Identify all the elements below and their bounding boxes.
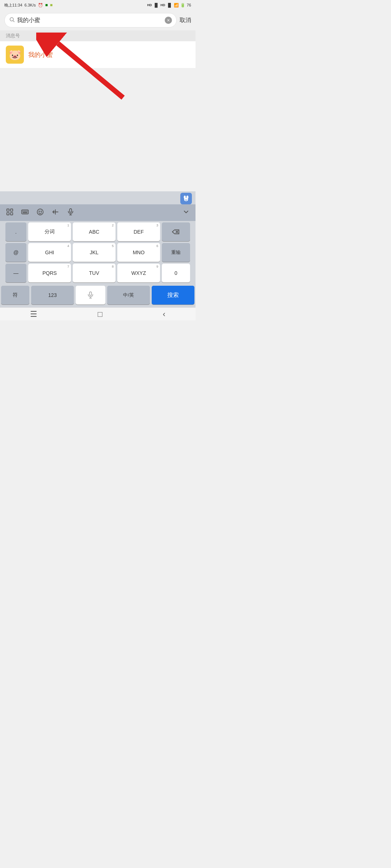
- svg-rect-9: [185, 200, 187, 201]
- app-icon-2: ■: [50, 3, 52, 8]
- nav-bar: ☰ □ ‹: [0, 307, 196, 320]
- svg-rect-11: [10, 209, 13, 211]
- svg-point-22: [41, 211, 42, 212]
- keyboard-toolbar: [0, 204, 196, 221]
- keyboard-row-3: — 7 PQRS 8 TUV 9 WXYZ 0: [1, 264, 194, 282]
- cancel-button[interactable]: 取消: [180, 17, 191, 24]
- keyboard-row-2: @ 4 GHI 5 JKL 6 MNO 重输: [1, 243, 194, 262]
- svg-point-8: [186, 199, 187, 200]
- app-icon-1: ■: [45, 3, 48, 8]
- contact-name: 我的小蜜: [28, 51, 53, 59]
- status-time: 晚上11:34: [4, 3, 22, 8]
- key-123[interactable]: 123: [31, 286, 74, 305]
- svg-point-7: [185, 199, 186, 200]
- key-zero[interactable]: 0: [162, 264, 190, 282]
- list-item[interactable]: 🐷 我的小蜜: [0, 41, 196, 68]
- svg-rect-13: [10, 212, 13, 214]
- key-def[interactable]: 3 DEF: [117, 222, 160, 241]
- key-jkl[interactable]: 5 JKL: [73, 243, 115, 262]
- keyboard: . 1 分词 2 ABC 3 DEF @: [0, 191, 196, 307]
- keyboard-icon[interactable]: [21, 208, 29, 218]
- svg-rect-10: [7, 209, 9, 211]
- svg-point-0: [10, 18, 13, 21]
- cursor-icon[interactable]: [51, 208, 59, 218]
- status-speed: 6.3K/s: [25, 3, 36, 7]
- grid-icon[interactable]: [6, 208, 14, 218]
- svg-line-1: [13, 21, 14, 22]
- key-fu[interactable]: 符: [1, 286, 29, 305]
- battery-icon: 🔋: [180, 3, 185, 8]
- status-bar: 晚上11:34 6.3K/s ⏰ ■ ■ HD ▐▌ HD ▐▌ 📶 🔋 76: [0, 0, 196, 10]
- key-dot[interactable]: .: [5, 222, 26, 241]
- key-wxyz[interactable]: 9 WXYZ: [117, 264, 160, 282]
- keyboard-rows: . 1 分词 2 ABC 3 DEF @: [0, 221, 196, 286]
- toolbar-left: [6, 208, 75, 218]
- nav-home-icon[interactable]: □: [98, 310, 102, 319]
- signal-bars-2: ▐▌: [167, 3, 172, 7]
- key-search[interactable]: 搜索: [152, 286, 194, 305]
- key-space[interactable]: [76, 286, 105, 305]
- search-input[interactable]: [17, 17, 163, 24]
- key-tuv[interactable]: 8 TUV: [73, 264, 115, 282]
- key-delete[interactable]: [162, 222, 190, 241]
- result-list: 🐷 我的小蜜: [0, 41, 196, 68]
- signal-bars-1: ▐▌: [154, 3, 159, 7]
- section-header: 消息号: [0, 30, 196, 41]
- chevron-down-icon[interactable]: [182, 208, 190, 217]
- key-ghi[interactable]: 4 GHI: [28, 243, 71, 262]
- key-pqrs[interactable]: 7 PQRS: [28, 264, 71, 282]
- svg-rect-29: [89, 292, 92, 295]
- keyboard-theme-icon[interactable]: [180, 193, 192, 204]
- content-area: [0, 68, 196, 191]
- mic-icon[interactable]: [67, 208, 75, 218]
- key-reenter[interactable]: 重输: [162, 243, 190, 262]
- status-left: 晚上11:34 6.3K/s ⏰ ■ ■: [4, 3, 52, 8]
- search-icon: [9, 17, 15, 24]
- svg-rect-24: [70, 208, 72, 212]
- status-right: HD ▐▌ HD ▐▌ 📶 🔋 76: [147, 3, 191, 8]
- svg-point-20: [37, 209, 43, 215]
- clear-button[interactable]: [165, 17, 172, 24]
- nav-back-icon[interactable]: ‹: [163, 310, 165, 319]
- alarm-icon: ⏰: [38, 3, 43, 8]
- key-dash[interactable]: —: [5, 264, 26, 282]
- svg-point-21: [39, 211, 39, 212]
- nav-menu-icon[interactable]: ☰: [30, 310, 37, 319]
- section-label: 消息号: [6, 33, 20, 38]
- avatar: 🐷: [6, 46, 24, 64]
- search-input-wrap[interactable]: [4, 13, 177, 27]
- search-bar: 取消: [0, 10, 196, 30]
- emoji-icon[interactable]: [36, 208, 44, 218]
- keyboard-row-1: . 1 分词 2 ABC 3 DEF: [1, 222, 194, 241]
- hd-label-1: HD: [147, 3, 152, 7]
- wifi-icon: 📶: [174, 3, 179, 8]
- battery-level: 76: [187, 3, 191, 7]
- svg-rect-14: [22, 210, 28, 214]
- keyboard-bottom-row: 符 123 中/英 搜索: [0, 286, 196, 307]
- key-zh-en[interactable]: 中/英: [107, 286, 150, 305]
- key-abc[interactable]: 2 ABC: [73, 222, 115, 241]
- svg-rect-12: [7, 212, 9, 214]
- key-at[interactable]: @: [5, 243, 26, 262]
- key-mno[interactable]: 6 MNO: [117, 243, 160, 262]
- key-fenci[interactable]: 1 分词: [28, 222, 71, 241]
- hd-label-2: HD: [160, 3, 165, 7]
